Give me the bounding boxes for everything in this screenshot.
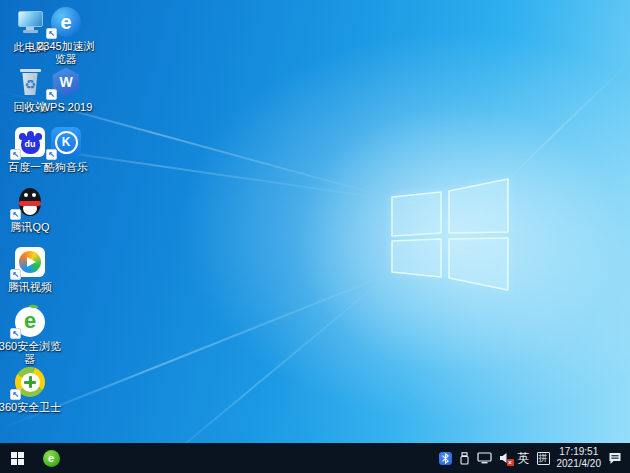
clock-time: 17:19:51: [557, 446, 602, 458]
desktop-icon-tencent-video[interactable]: ↖ 腾讯视频: [0, 246, 62, 306]
icon-label: 腾讯视频: [0, 281, 63, 294]
shortcut-arrow-icon: ↖: [10, 209, 21, 220]
shortcut-arrow-icon: ↖: [46, 28, 57, 39]
shortcut-arrow-icon: ↖: [46, 89, 57, 100]
shield-plus-icon: ↖: [13, 366, 47, 398]
taskbar: e x 英: [0, 443, 630, 473]
bluetooth-icon[interactable]: [439, 452, 452, 465]
desktop-icon-tencent-qq[interactable]: ↖ 腾讯QQ: [0, 186, 62, 246]
windows-desktop: 此电脑 ♻ 回收站 du ↖ 百度一下 ↖ 腾讯QQ: [0, 0, 630, 473]
blue-e-browser-icon: e ↖: [49, 6, 83, 37]
taskbar-clock[interactable]: 17:19:51 2021/4/20: [557, 446, 602, 470]
icon-label: 360安全浏览器: [0, 340, 63, 366]
desktop-icon-360-safe[interactable]: ↖ 360安全卫士: [0, 366, 62, 426]
kugou-k-icon: K ↖: [49, 126, 83, 158]
shortcut-arrow-icon: ↖: [10, 149, 21, 160]
volume-muted-icon[interactable]: x: [499, 452, 511, 464]
green-e-browser-icon: e ↖: [13, 306, 47, 337]
icon-label: 酷狗音乐: [33, 161, 99, 174]
icon-label: 腾讯QQ: [0, 221, 63, 234]
ime-mode-icon[interactable]: 拼: [537, 452, 550, 465]
icon-label: WPS 2019: [33, 101, 99, 114]
desktop-icon-column-right: e ↖ 2345加速浏览器 W ↖ WPS 2019 K ↖ 酷狗音乐: [34, 6, 98, 186]
windows-flag-icon: [11, 452, 24, 465]
desktop-icon-2345-browser[interactable]: e ↖ 2345加速浏览器: [34, 6, 98, 66]
play-button-icon: ↖: [13, 246, 47, 278]
wps-hexagon-icon: W ↖: [49, 66, 83, 98]
desktop-icon-360-browser[interactable]: e ↖ 360安全浏览器: [0, 306, 62, 366]
shortcut-arrow-icon: ↖: [10, 269, 21, 280]
network-icon[interactable]: [477, 452, 492, 464]
usb-device-icon[interactable]: [459, 452, 470, 465]
taskbar-item-360-browser[interactable]: e: [34, 443, 68, 473]
green-e-browser-icon: e: [43, 450, 60, 467]
shortcut-arrow-icon: ↖: [10, 389, 21, 400]
icon-label: 2345加速浏览器: [33, 40, 99, 66]
system-tray: x 英 拼 17:19:51 2021/4/20: [439, 446, 630, 470]
start-button[interactable]: [0, 443, 34, 473]
ime-language-indicator[interactable]: 英: [518, 450, 530, 467]
desktop-icon-wps-2019[interactable]: W ↖ WPS 2019: [34, 66, 98, 126]
icon-label: 360安全卫士: [0, 401, 63, 414]
desktop-icon-kugou-music[interactable]: K ↖ 酷狗音乐: [34, 126, 98, 186]
qq-penguin-icon: ↖: [13, 186, 47, 218]
shortcut-arrow-icon: ↖: [10, 328, 21, 339]
shortcut-arrow-icon: ↖: [46, 149, 57, 160]
action-center-icon[interactable]: [608, 452, 622, 465]
mute-x-badge: x: [507, 459, 514, 466]
clock-date: 2021/4/20: [557, 458, 602, 470]
